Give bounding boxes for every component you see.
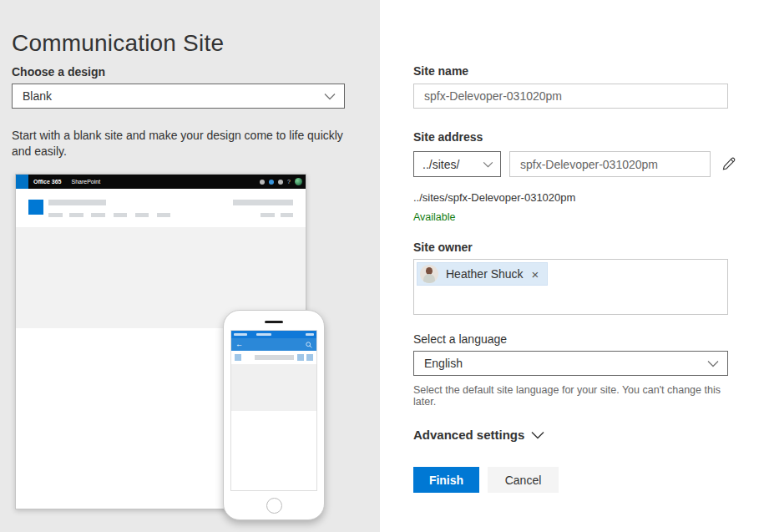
chevron-down-icon <box>324 93 336 100</box>
phone-header-row <box>231 351 316 364</box>
avatar <box>295 178 302 185</box>
phone-logo-placeholder <box>235 354 241 361</box>
app-launcher-icon <box>16 175 28 189</box>
language-help-text: Select the default site language for you… <box>413 384 739 408</box>
site-settings-panel: Site name Site address ../sites/ ../site… <box>380 0 764 532</box>
preview-product-label: SharePoint <box>71 179 100 185</box>
help-icon: ? <box>287 179 291 185</box>
phone-nav-bar: ← <box>231 338 316 351</box>
site-address-input[interactable] <box>509 151 711 177</box>
owner-person-chip[interactable]: Heather Shuck × <box>417 262 548 286</box>
site-address-row: ../sites/ <box>413 151 747 177</box>
gear-icon <box>269 180 274 185</box>
phone-title-placeholder <box>255 355 294 360</box>
preview-link-placeholder <box>261 213 275 217</box>
design-description: Start with a blank site and make your de… <box>12 128 347 160</box>
owner-avatar <box>420 265 438 283</box>
site-preview: Office 365 SharePoint ? <box>0 174 380 532</box>
address-prefix-dropdown[interactable]: ../sites/ <box>413 151 501 177</box>
chevron-down-icon <box>531 431 544 439</box>
choose-design-label: Choose a design <box>12 65 380 79</box>
site-name-input[interactable] <box>413 84 728 109</box>
edit-address-button[interactable] <box>720 155 737 173</box>
site-owner-picker[interactable]: Heather Shuck × <box>413 259 728 315</box>
preview-nav-placeholder <box>91 213 105 217</box>
remove-owner-button[interactable]: × <box>531 268 540 281</box>
smiley-icon <box>278 180 283 185</box>
address-prefix-value: ../sites/ <box>422 158 483 171</box>
full-site-url: ../sites/spfx-Delevoper-031020pm <box>413 191 764 204</box>
preview-search-placeholder <box>233 200 293 205</box>
phone-icon-placeholder <box>306 354 313 361</box>
chevron-down-icon <box>483 161 493 168</box>
back-arrow-icon: ← <box>235 341 243 348</box>
design-dropdown[interactable]: Blank <box>12 84 345 109</box>
phone-preview: ← <box>223 310 325 520</box>
bell-icon <box>260 180 265 185</box>
design-dropdown-value: Blank <box>23 89 324 103</box>
finish-button[interactable]: Finish <box>413 467 479 493</box>
preview-nav-placeholder <box>69 213 83 217</box>
phone-home-button <box>266 498 282 514</box>
preview-suite-icons: ? <box>260 178 306 185</box>
advanced-settings-label: Advanced settings <box>413 428 524 442</box>
preview-nav-placeholder <box>114 213 127 217</box>
chevron-down-icon <box>707 360 719 367</box>
language-dropdown-value: English <box>424 357 707 370</box>
preview-link-placeholder <box>281 213 293 217</box>
preview-suite-bar: Office 365 SharePoint ? <box>16 175 306 189</box>
phone-hero-placeholder <box>231 364 316 411</box>
pencil-icon <box>721 157 736 171</box>
phone-status-bar <box>231 331 316 338</box>
owner-name: Heather Shuck <box>446 267 524 281</box>
phone-icon-placeholder <box>297 354 304 361</box>
language-dropdown[interactable]: English <box>413 351 728 376</box>
preview-brand-label: Office 365 <box>33 179 61 185</box>
preview-nav-placeholder <box>135 213 149 217</box>
page-title: Communication Site <box>12 30 380 57</box>
site-name-label: Site name <box>413 64 764 78</box>
advanced-settings-toggle[interactable]: Advanced settings <box>413 428 544 442</box>
design-panel: Communication Site Choose a design Blank… <box>0 0 380 532</box>
search-icon <box>306 342 312 348</box>
preview-site-logo <box>28 200 43 215</box>
language-label: Select a language <box>413 332 764 346</box>
site-address-label: Site address <box>413 130 764 144</box>
site-owner-label: Site owner <box>413 241 764 254</box>
availability-status: Available <box>413 211 764 223</box>
preview-nav-placeholder <box>157 213 170 217</box>
preview-nav-placeholder <box>48 213 63 217</box>
action-buttons: Finish Cancel <box>413 467 764 493</box>
cancel-button[interactable]: Cancel <box>488 467 559 493</box>
preview-title-placeholder <box>48 200 106 205</box>
preview-site-header <box>16 189 306 227</box>
phone-screen: ← <box>230 330 317 491</box>
phone-speaker <box>265 321 283 323</box>
